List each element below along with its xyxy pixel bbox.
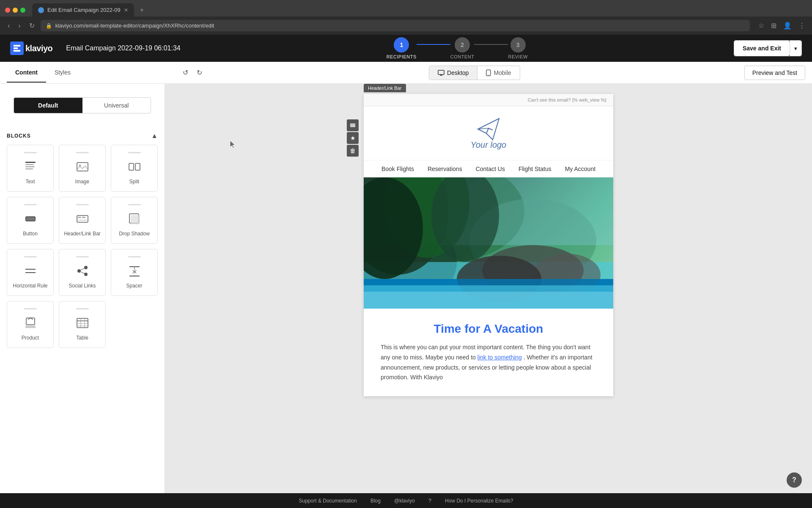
tab-close-btn[interactable]: ✕: [124, 7, 128, 13]
tab-content[interactable]: Content: [7, 63, 46, 83]
svg-rect-8: [25, 166, 35, 167]
maximize-window-btn[interactable]: [20, 8, 25, 13]
incognito-btn[interactable]: 👤: [782, 20, 793, 31]
twitter-link[interactable]: @klaviyo: [394, 498, 415, 504]
undo-btn[interactable]: ↺: [180, 66, 191, 79]
block-image[interactable]: Image: [59, 145, 106, 192]
minimize-window-btn[interactable]: [13, 8, 18, 13]
nav-my-account[interactable]: My Account: [565, 166, 595, 172]
block-button[interactable]: Button: [7, 197, 54, 244]
default-style-btn[interactable]: Default: [14, 98, 82, 113]
drop-shadow-block-label: Drop Shadow: [119, 231, 150, 237]
email-body: This is where you can put your most impo…: [381, 342, 596, 383]
blocks-collapse-btn[interactable]: ▲: [151, 132, 158, 140]
delete-block-btn[interactable]: 🗑: [347, 145, 359, 157]
block-tools: ★ 🗑: [347, 119, 359, 157]
spacer-block-icon: [126, 262, 143, 279]
desktop-label: Desktop: [447, 69, 469, 76]
step-3-circle[interactable]: 3: [510, 37, 526, 52]
email-nav: Book Flights Reservations Contact Us Fli…: [364, 160, 613, 177]
svg-rect-12: [129, 163, 134, 170]
drag-handle: [76, 256, 89, 257]
mobile-view-btn[interactable]: Mobile: [477, 66, 519, 80]
cursor-icon: [228, 139, 239, 149]
webview-text: Can't see this email? {% web_view %}: [528, 97, 606, 102]
header-link-bar-block-icon: [74, 210, 91, 227]
bookmark-btn[interactable]: ☆: [757, 20, 766, 31]
save-exit-button[interactable]: Save and Exit: [734, 41, 790, 56]
nav-flight-status[interactable]: Flight Status: [518, 166, 551, 172]
desktop-icon: [438, 69, 444, 76]
personalize-link[interactable]: How Do I Personalize Emails?: [445, 498, 513, 504]
step-content: 2 CONTENT: [450, 37, 475, 59]
klaviyo-logo: klaviyo: [10, 41, 52, 55]
block-product[interactable]: Product: [7, 301, 54, 348]
step-2-circle[interactable]: 2: [455, 37, 470, 52]
nav-book-flights[interactable]: Book Flights: [381, 166, 414, 172]
step-3-number: 3: [516, 41, 520, 48]
content-tabs: Content Styles: [7, 63, 172, 83]
svg-rect-17: [78, 217, 81, 218]
table-block-icon: [74, 315, 91, 331]
block-social-links[interactable]: Social Links: [59, 249, 106, 296]
block-header-link-bar[interactable]: Header/Link Bar: [59, 197, 106, 244]
svg-rect-6: [25, 162, 36, 163]
svg-rect-42: [350, 125, 355, 126]
new-tab-btn[interactable]: +: [137, 5, 146, 16]
redo-btn[interactable]: ↻: [194, 66, 205, 79]
block-table[interactable]: Table: [59, 301, 106, 348]
preview-test-btn[interactable]: Preview and Test: [744, 66, 805, 80]
nav-reservations[interactable]: Reservations: [428, 166, 462, 172]
extensions-btn[interactable]: ⊞: [769, 20, 778, 31]
tab-favicon: [38, 7, 44, 13]
url-text: klaviyo.com/email-template-editor/campai…: [55, 22, 214, 29]
block-split[interactable]: Split: [111, 145, 158, 192]
drag-handle: [76, 308, 89, 309]
address-bar[interactable]: 🔒 klaviyo.com/email-template-editor/camp…: [41, 20, 750, 31]
save-exit-dropdown-btn[interactable]: ▾: [790, 41, 801, 56]
step-1-circle[interactable]: 1: [394, 37, 409, 52]
help-question-mark: ?: [428, 497, 431, 504]
email-preview-container: Header/Link Bar ★ 🗑 Can't see this email…: [364, 94, 613, 396]
favorite-block-btn[interactable]: ★: [347, 132, 359, 144]
body-link[interactable]: link to something: [477, 354, 522, 361]
svg-rect-15: [26, 217, 35, 221]
block-horizontal-rule[interactable]: Horizontal Rule: [7, 249, 54, 296]
move-block-btn[interactable]: [347, 119, 359, 131]
drag-handle: [76, 152, 89, 153]
button-block-icon: [22, 210, 39, 227]
desktop-view-btn[interactable]: Desktop: [429, 66, 477, 80]
left-sidebar: Default Universal BLOCKS ▲ Text: [0, 84, 165, 508]
help-btn[interactable]: ?: [787, 472, 802, 488]
image-block-icon: [74, 158, 91, 175]
nav-contact-us[interactable]: Contact Us: [476, 166, 505, 172]
menu-btn[interactable]: ⋮: [797, 20, 807, 31]
support-link[interactable]: Support & Documentation: [299, 498, 357, 504]
tab-styles[interactable]: Styles: [46, 63, 79, 83]
refresh-btn[interactable]: ↻: [27, 20, 37, 31]
drag-handle: [128, 256, 141, 257]
image-block-label: Image: [75, 179, 89, 185]
mobile-label: Mobile: [494, 69, 511, 76]
svg-point-24: [77, 269, 81, 273]
back-btn[interactable]: ‹: [5, 20, 12, 31]
button-block-label: Button: [23, 231, 38, 237]
universal-style-btn[interactable]: Universal: [82, 98, 151, 113]
forward-btn[interactable]: ›: [16, 20, 23, 31]
block-drop-shadow[interactable]: Drop Shadow: [111, 197, 158, 244]
connector-2-3: [474, 44, 508, 45]
app-header: klaviyo Email Campaign 2022-09-19 06:01:…: [0, 35, 812, 62]
connector-1-2: [417, 44, 450, 45]
move-icon: [350, 122, 356, 128]
blog-link[interactable]: Blog: [370, 498, 381, 504]
active-tab[interactable]: Edit Email Campaign 2022-09 ✕: [32, 3, 134, 17]
mobile-icon: [486, 69, 491, 76]
close-window-btn[interactable]: [5, 8, 10, 13]
block-text[interactable]: Text: [7, 145, 54, 192]
email-content: Time for A Vacation This is where you ca…: [364, 309, 613, 396]
svg-line-27: [81, 268, 84, 270]
svg-rect-10: [77, 163, 88, 171]
svg-rect-18: [82, 217, 85, 218]
svg-rect-16: [77, 215, 88, 222]
block-spacer[interactable]: Spacer: [111, 249, 158, 296]
